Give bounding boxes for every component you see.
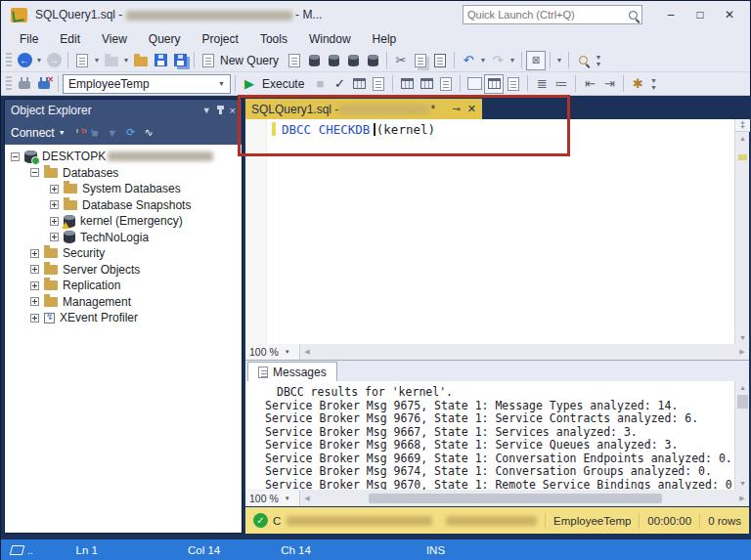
close-button[interactable]: ✕ [715, 4, 744, 25]
specify-values-icon[interactable]: ✱ [628, 74, 647, 94]
copy-icon[interactable] [411, 51, 430, 70]
tree-item-management[interactable]: Management [5, 294, 242, 311]
menu-window[interactable]: Window [298, 30, 362, 48]
editor-zoom-selector[interactable]: 100 %▼ [245, 344, 300, 360]
disabled-dropdown-icon[interactable]: ▼ [554, 57, 564, 64]
collapse-icon[interactable] [30, 168, 39, 177]
paste-icon[interactable] [430, 51, 450, 70]
new-query-icon[interactable] [199, 51, 218, 70]
tree-item-xevent-profiler[interactable]: XEvent Profiler [5, 310, 242, 326]
minimize-button[interactable]: – [656, 4, 685, 25]
scroll-right-icon[interactable]: ▶ [735, 344, 749, 360]
object-explorer-header[interactable]: Object Explorer ▼ × [5, 100, 242, 120]
editor-horizontal-scrollbar[interactable]: ◀ ▶ [300, 344, 749, 360]
tree-item-server[interactable]: DESKTOPK [5, 149, 242, 165]
undo-dropdown-icon[interactable]: ▼ [478, 57, 488, 64]
scroll-down-icon[interactable]: ▼ [735, 477, 750, 490]
back-dropdown-icon[interactable]: ▼ [34, 57, 44, 64]
messages-zoom-selector[interactable]: 100 %▼ [245, 491, 300, 506]
query-shortcut-icon[interactable]: ⊠ [526, 51, 546, 70]
results-to-text-icon[interactable] [436, 74, 456, 94]
code-line-1[interactable]: DBCC CHECKDB(kernel) [282, 122, 435, 137]
refresh-icon[interactable]: ⟳ [126, 126, 135, 139]
intellisense-icon[interactable] [397, 74, 417, 94]
display-estimated-plan-icon[interactable] [349, 74, 369, 94]
new-file-dropdown-icon[interactable]: ▼ [92, 57, 102, 64]
scroll-thumb[interactable] [737, 395, 748, 409]
toolbar-overflow-icon-2[interactable]: ▼▼ [647, 74, 659, 94]
filter-icon[interactable]: ▼ [107, 127, 117, 139]
mdx-query-icon[interactable] [304, 51, 324, 70]
dmx-query-icon[interactable] [324, 51, 343, 70]
connect-icon[interactable] [15, 74, 34, 94]
messages-tab[interactable]: Messages [247, 362, 337, 381]
tree-item-databases[interactable]: Databases [5, 165, 242, 182]
cancel-query-icon[interactable]: ■ [310, 74, 330, 94]
expand-icon[interactable] [50, 200, 59, 209]
expand-icon[interactable] [50, 233, 59, 241]
menu-project[interactable]: Project [192, 30, 249, 48]
tree-item-kernel-database[interactable]: kernel (Emergency) [5, 213, 242, 230]
database-engine-query-icon[interactable] [285, 51, 304, 70]
connect-button[interactable]: Connect ▼ [11, 126, 66, 140]
new-file-button[interactable] [72, 51, 92, 70]
quick-launch-input[interactable] [467, 9, 629, 21]
expand-icon[interactable] [30, 281, 39, 290]
maximize-button[interactable]: □ [685, 4, 715, 25]
execute-icon[interactable]: ▶ [240, 74, 259, 94]
redo-icon[interactable]: ↷ [488, 51, 508, 70]
results-to-grid-icon[interactable] [484, 74, 504, 94]
navigate-back-button[interactable]: ← [15, 51, 34, 70]
expand-icon[interactable] [30, 265, 39, 274]
scroll-up-icon[interactable]: ▲ [735, 381, 750, 394]
menu-edit[interactable]: Edit [49, 30, 91, 48]
menu-file[interactable]: File [9, 30, 49, 48]
expand-icon[interactable] [30, 314, 39, 323]
tab-close-icon[interactable]: ✕ [467, 103, 476, 115]
tree-item-replication[interactable]: Replication [5, 278, 242, 294]
expand-icon[interactable] [50, 185, 59, 194]
decrease-indent-icon[interactable]: ⇤ [580, 74, 599, 94]
sql-editor[interactable]: DBCC CHECKDB(kernel) [245, 119, 749, 344]
scroll-right-icon[interactable]: ▶ [735, 491, 749, 506]
menu-query[interactable]: Query [138, 30, 192, 48]
open-file-disabled-icon[interactable] [102, 51, 121, 70]
toolbar-grip-2[interactable] [6, 76, 12, 92]
tab-pin-icon[interactable]: ⊸ [452, 104, 460, 114]
scroll-thumb[interactable] [369, 494, 662, 503]
execute-button[interactable]: Execute [262, 77, 304, 91]
menu-view[interactable]: View [91, 30, 138, 48]
undo-icon[interactable]: ↶ [459, 51, 478, 70]
change-connection-icon[interactable]: ✕ [34, 74, 54, 94]
database-selector[interactable]: EmployeeTemp ▼ [63, 74, 231, 94]
results-to-grid-pressed-icon[interactable] [464, 74, 484, 94]
query-tab[interactable]: SQLQuery1.sql - * ⊸ ✕ [245, 99, 482, 119]
expand-icon[interactable] [50, 217, 59, 226]
cut-icon[interactable]: ✂ [391, 51, 411, 70]
panel-menu-chevron-icon[interactable]: ▼ [202, 106, 211, 115]
toolbar-overflow-icon[interactable]: ▼▼ [593, 51, 604, 70]
tree-item-security[interactable]: Security [5, 245, 242, 262]
tree-item-database-snapshots[interactable]: Database Snapshots [5, 197, 242, 214]
redo-dropdown-icon[interactable]: ▼ [508, 57, 517, 64]
increase-indent-icon[interactable]: ⇥ [599, 74, 619, 94]
dax-query-icon[interactable] [363, 51, 382, 70]
open-folder-button[interactable] [131, 51, 151, 70]
new-query-button[interactable]: New Query [220, 54, 279, 67]
pin-icon[interactable] [219, 106, 222, 114]
parse-icon[interactable]: ✓ [330, 74, 349, 94]
results-to-file-icon[interactable] [504, 74, 523, 94]
uncomment-icon[interactable]: ≔ [552, 74, 571, 94]
scroll-left-icon[interactable]: ◀ [300, 344, 314, 360]
collapse-icon[interactable] [11, 152, 20, 161]
scroll-left-icon[interactable]: ◀ [300, 491, 314, 506]
scroll-up-icon[interactable]: ▲ [735, 132, 750, 145]
messages-horizontal-scrollbar[interactable]: ◀ ▶ [300, 491, 749, 506]
open-file-dropdown-icon[interactable]: ▼ [121, 57, 131, 64]
editor-vertical-scrollbar[interactable]: ‡ ▲ ▼ [734, 119, 749, 344]
oe-stop-icon[interactable]: ■ [92, 127, 99, 139]
menu-help[interactable]: Help [362, 30, 408, 48]
scroll-down-icon[interactable]: ▼ [735, 331, 750, 344]
splitter-handle-icon[interactable]: ‡ [735, 119, 750, 132]
save-button[interactable] [151, 51, 170, 70]
